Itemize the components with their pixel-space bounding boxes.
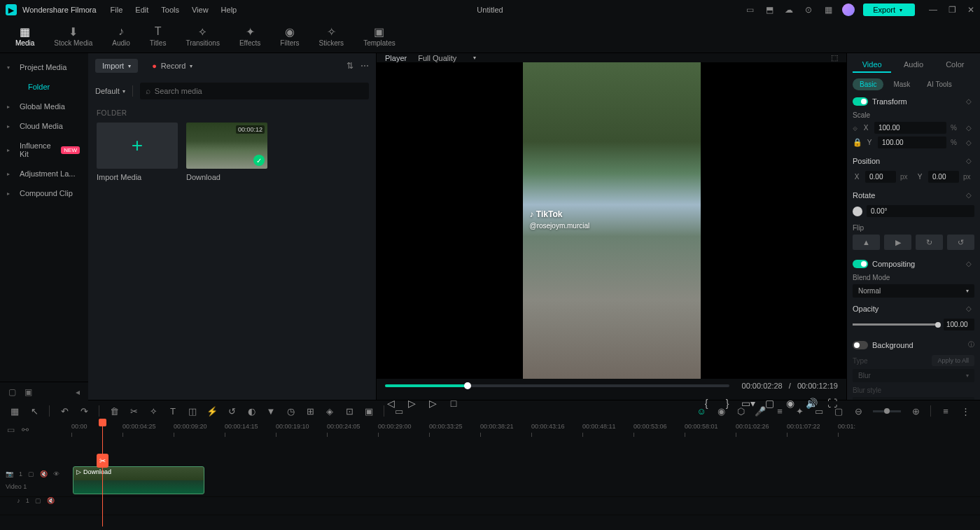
blend-mode-select[interactable]: Normal▾ bbox=[853, 284, 974, 298]
mute-icon[interactable]: 🔇 bbox=[47, 497, 55, 504]
scale-x-input[interactable] bbox=[874, 122, 946, 134]
lock-icon[interactable]: 🔒 bbox=[853, 138, 861, 147]
scale-y-input[interactable] bbox=[878, 137, 946, 148]
tl-cursor-icon[interactable]: ↖ bbox=[29, 406, 39, 416]
tab-transitions[interactable]: ⟡Transitions bbox=[177, 22, 228, 50]
tl-zoom-out-icon[interactable]: ⊖ bbox=[853, 406, 863, 416]
opacity-slider[interactable] bbox=[853, 323, 938, 326]
opacity-input[interactable] bbox=[944, 319, 974, 330]
media-clip-download[interactable]: 00:00:12 ✓ Download bbox=[186, 123, 267, 181]
grid-icon[interactable]: ▦ bbox=[822, 4, 834, 15]
tl-zoom-in-icon[interactable]: ⊕ bbox=[911, 406, 920, 416]
tl-shield-icon[interactable]: ⬡ bbox=[736, 406, 746, 416]
tl-green-icon[interactable]: ▼ bbox=[266, 406, 276, 416]
tl-text-icon[interactable]: T bbox=[168, 406, 178, 416]
audio-track-head[interactable]: ♪1 ▢ 🔇 bbox=[0, 497, 71, 515]
tab-templates[interactable]: ▣Templates bbox=[355, 22, 404, 50]
keyframe-icon[interactable]: ◇ bbox=[966, 157, 974, 165]
tl-speed-icon[interactable]: ⚡ bbox=[207, 406, 217, 416]
sidebar-project-media[interactable]: ▾Project Media bbox=[0, 57, 88, 77]
add-track-icon[interactable]: ▢ bbox=[28, 470, 34, 477]
folder-icon[interactable]: ▢ bbox=[8, 387, 16, 397]
tl-crop-icon[interactable]: ⟡ bbox=[148, 406, 158, 416]
transform-toggle[interactable] bbox=[853, 97, 868, 106]
scrubber[interactable] bbox=[385, 384, 729, 387]
tab-titles[interactable]: TTitles bbox=[141, 22, 175, 50]
menu-edit[interactable]: Edit bbox=[135, 6, 148, 14]
info-icon[interactable]: ⓘ bbox=[968, 340, 974, 349]
tab-effects[interactable]: ✦Effects bbox=[231, 22, 269, 50]
eye-icon[interactable]: 👁 bbox=[53, 470, 59, 477]
tl-magnet-icon[interactable]: ▭ bbox=[7, 425, 15, 435]
tl-display-icon[interactable]: ▢ bbox=[834, 406, 844, 416]
video-preview[interactable]: ♪ TikTok @rosejoym.murcial bbox=[523, 62, 701, 379]
menu-tools[interactable]: Tools bbox=[161, 6, 179, 14]
menu-view[interactable]: View bbox=[192, 6, 209, 14]
tl-compound-icon[interactable]: ▣ bbox=[364, 406, 374, 416]
timeline-clip[interactable]: ▷Download bbox=[73, 466, 204, 494]
tl-color-icon[interactable]: ◐ bbox=[246, 406, 256, 416]
tab-stock-media[interactable]: ⬇Stock Media bbox=[46, 22, 101, 50]
pos-y-input[interactable] bbox=[928, 171, 959, 183]
tl-render-icon[interactable]: ▭ bbox=[394, 406, 404, 416]
minimize-button[interactable]: — bbox=[929, 5, 937, 15]
collapse-icon[interactable]: ◂ bbox=[76, 387, 80, 397]
tab-filters[interactable]: ◉Filters bbox=[272, 22, 307, 50]
timeline-ruler[interactable]: ✂ 00:0000:00:04:2500:00:09:2000:00:14:15… bbox=[71, 421, 980, 438]
snapshot-icon[interactable]: ⬚ bbox=[831, 53, 838, 62]
tl-copy-icon[interactable]: ◫ bbox=[188, 406, 197, 416]
prop-tab-color[interactable]: Color bbox=[936, 57, 974, 73]
playhead[interactable]: ✂ bbox=[102, 421, 103, 526]
video-track-head[interactable]: 📷1 ▢ 🔇 👁 Video 1 bbox=[0, 463, 71, 496]
tl-cc-icon[interactable]: ▭ bbox=[814, 406, 824, 416]
sidebar-folder[interactable]: Folder bbox=[0, 77, 88, 97]
background-toggle[interactable] bbox=[853, 341, 868, 349]
add-track-icon[interactable]: ▢ bbox=[35, 497, 41, 504]
sidebar-compound-clip[interactable]: ▸Compound Clip bbox=[0, 183, 88, 203]
menu-file[interactable]: File bbox=[111, 6, 123, 14]
headphones-icon[interactable]: ⊙ bbox=[803, 4, 814, 15]
tl-select-icon[interactable]: ▦ bbox=[10, 406, 20, 416]
rotate-dial[interactable] bbox=[853, 207, 862, 216]
save-icon[interactable]: ⬒ bbox=[764, 4, 775, 15]
prop-tab-audio[interactable]: Audio bbox=[894, 57, 932, 73]
sidebar-influence-kit[interactable]: ▸Influence KitNEW bbox=[0, 136, 88, 164]
user-avatar[interactable] bbox=[842, 4, 855, 16]
split-handle[interactable]: ✂ bbox=[97, 454, 108, 468]
keyframe-icon[interactable]: ◇ bbox=[966, 139, 974, 147]
rotate-input[interactable] bbox=[867, 205, 974, 217]
screen-icon[interactable]: ▭ bbox=[744, 4, 755, 15]
tab-audio[interactable]: ♪Audio bbox=[104, 22, 139, 50]
tl-track-icon[interactable]: ⊞ bbox=[305, 406, 315, 416]
import-media-tile[interactable]: + Import Media bbox=[97, 123, 178, 181]
tl-face-icon[interactable]: ☺ bbox=[696, 406, 706, 416]
rotate-ccw-button[interactable]: ↺ bbox=[947, 235, 974, 250]
tl-link-icon[interactable]: ⚯ bbox=[22, 425, 29, 435]
cloud-icon[interactable]: ☁ bbox=[783, 4, 794, 15]
record-button[interactable]: ●Record▾ bbox=[145, 59, 200, 73]
tab-media[interactable]: ▦Media bbox=[7, 22, 43, 50]
tl-split-icon[interactable]: ✂ bbox=[129, 406, 139, 416]
tl-zoom-slider[interactable] bbox=[873, 410, 901, 412]
keyframe-icon[interactable]: ◇ bbox=[966, 97, 974, 106]
tl-ai-icon[interactable]: ✦ bbox=[794, 406, 804, 416]
keyframe-icon[interactable]: ◇ bbox=[966, 191, 974, 200]
subtab-aitools[interactable]: AI Tools bbox=[920, 78, 958, 90]
more-icon[interactable]: ⋯ bbox=[360, 61, 369, 71]
tl-delete-icon[interactable]: 🗑 bbox=[109, 406, 119, 416]
flip-h-button[interactable]: ▲ bbox=[853, 235, 880, 250]
pos-x-input[interactable] bbox=[865, 171, 896, 183]
tl-mixer-icon[interactable]: ≡ bbox=[775, 406, 785, 416]
keyframe-icon[interactable]: ◇ bbox=[966, 305, 974, 313]
sidebar-global-media[interactable]: ▸Global Media bbox=[0, 97, 88, 116]
link-icon[interactable]: ⟐ bbox=[853, 123, 858, 133]
maximize-button[interactable]: ❐ bbox=[948, 5, 956, 15]
subtab-basic[interactable]: Basic bbox=[853, 78, 883, 90]
prop-tab-video[interactable]: Video bbox=[853, 57, 891, 73]
sort-default[interactable]: Default▾ bbox=[95, 87, 125, 95]
tl-group-icon[interactable]: ⊡ bbox=[344, 406, 354, 416]
tl-list-icon[interactable]: ≡ bbox=[941, 406, 951, 416]
rotate-cw-button[interactable]: ↻ bbox=[916, 235, 943, 250]
search-box[interactable]: ⌕ bbox=[140, 83, 369, 99]
close-button[interactable]: ✕ bbox=[967, 5, 974, 15]
